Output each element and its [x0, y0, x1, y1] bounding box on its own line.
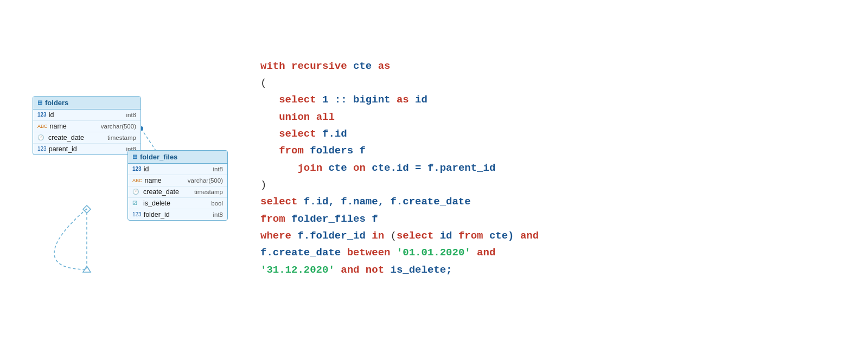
sql-line: from folders f: [260, 143, 846, 159]
sql-token: cte: [322, 162, 353, 174]
sql-token: 1 :: bigint: [316, 94, 397, 106]
col-row: 🕐 create_date timestamp: [128, 186, 227, 198]
sql-token: [359, 264, 365, 276]
sql-line: with recursive cte as: [260, 58, 846, 75]
col-row: 123 folder_id int8: [128, 209, 227, 220]
sql-token: as: [378, 60, 391, 72]
abc-icon: ABC: [37, 124, 48, 129]
table-folder-files-title: folder_files: [140, 153, 177, 161]
sql-line: select f.id, f.name, f.create_date: [260, 194, 846, 210]
sql-token: [260, 162, 297, 174]
sql-token: from: [279, 145, 304, 157]
sql-token: from: [260, 213, 285, 225]
sql-token: from: [458, 230, 483, 242]
erd-diagram: ⊞ folders 123 id int8 ABC name varchar(5…: [22, 74, 228, 302]
date-icon: 🕐: [37, 134, 46, 140]
sql-token: [260, 128, 279, 140]
sql-line: where f.folder_id in (select id from cte…: [260, 228, 846, 244]
sql-token: f.create_date: [260, 247, 347, 259]
sql-token: and: [341, 264, 359, 276]
key-icon: 123: [37, 112, 47, 118]
sql-line: (: [260, 75, 846, 92]
num-icon: 123: [37, 146, 47, 152]
sql-token: union all: [279, 111, 335, 123]
sql-line: join cte on cte.id = f.parent_id: [260, 160, 846, 177]
sql-token: cte): [483, 230, 520, 242]
sql-token: [260, 145, 279, 157]
sql-token: id: [433, 230, 458, 242]
abc-icon: ABC: [132, 178, 143, 183]
col-row: 🕐 create_date timestamp: [33, 132, 141, 144]
sql-token: between: [347, 247, 391, 259]
sql-line: ): [260, 177, 846, 194]
sql-token: '31.12.2020': [260, 264, 341, 276]
sql-token: select: [279, 128, 316, 140]
sql-token: as: [397, 94, 409, 106]
svg-marker-3: [83, 266, 91, 272]
sql-token: not: [366, 264, 384, 276]
sql-token: (: [384, 230, 397, 242]
sql-token: folder_files f: [285, 213, 378, 225]
sql-line: '31.12.2020' and not is_delete;: [260, 262, 846, 279]
sql-token: f.id, f.name, f.create_date: [297, 196, 470, 208]
sql-token: on: [353, 162, 366, 174]
sql-token: with recursive: [260, 60, 347, 72]
num-icon: 123: [132, 211, 142, 217]
sql-token: and: [477, 247, 495, 259]
sql-token: select: [279, 94, 316, 106]
col-row: ABC name varchar(500): [33, 121, 141, 132]
sql-token: ): [260, 179, 266, 191]
col-row: 123 id int8: [128, 164, 227, 175]
sql-token: join: [297, 162, 322, 174]
key-icon: 123: [132, 166, 142, 172]
sql-token: select: [260, 196, 297, 208]
table-icon: ⊞: [132, 153, 137, 160]
col-row: ABC name varchar(500): [128, 175, 227, 186]
table-icon: ⊞: [37, 99, 42, 106]
sql-token: where: [260, 230, 291, 242]
sql-line: union all: [260, 109, 846, 126]
sql-token: [260, 111, 279, 123]
sql-token: is_delete;: [384, 264, 452, 276]
sql-token: (: [260, 77, 266, 89]
sql-token: cte: [347, 60, 378, 72]
sql-token: cte.id = f.parent_id: [366, 162, 495, 174]
sql-token: [260, 94, 279, 106]
sql-token: select: [397, 230, 433, 242]
sql-line: f.create_date between '01.01.2020' and: [260, 244, 846, 261]
table-folders-header: ⊞ folders: [33, 96, 141, 110]
table-folder-files: ⊞ folder_files 123 id int8 ABC name varc…: [127, 150, 228, 221]
sql-token: in: [372, 230, 384, 242]
sql-line: select f.id: [260, 126, 846, 143]
sql-line: from folder_files f: [260, 211, 846, 228]
sql-token: id: [409, 94, 427, 106]
bool-icon: ☑: [132, 200, 141, 206]
col-row: ☑ is_delete bool: [128, 198, 227, 209]
sql-token: f.id: [316, 128, 347, 140]
col-row: 123 parent_id int8: [33, 144, 141, 155]
table-folders-title: folders: [45, 99, 68, 107]
sql-token: and: [520, 230, 539, 242]
sql-line: select 1 :: bigint as id: [260, 92, 846, 108]
sql-code-block: with recursive cte as( select 1 :: bigin…: [260, 53, 846, 279]
col-row: 123 id int8: [33, 110, 141, 121]
date-icon: 🕐: [132, 189, 141, 195]
sql-token: folders f: [304, 145, 366, 157]
main-container: ⊞ folders 123 id int8 ABC name varchar(5…: [22, 53, 846, 302]
svg-marker-4: [83, 205, 91, 213]
table-folder-files-header: ⊞ folder_files: [128, 151, 227, 164]
table-folders: ⊞ folders 123 id int8 ABC name varchar(5…: [33, 96, 141, 155]
sql-token: f.folder_id: [291, 230, 372, 242]
sql-token: '01.01.2020': [390, 247, 477, 259]
